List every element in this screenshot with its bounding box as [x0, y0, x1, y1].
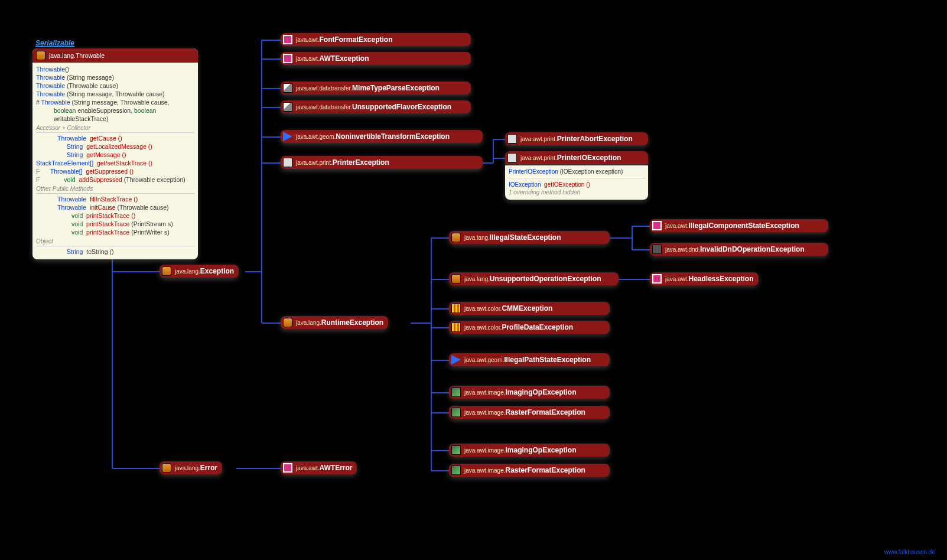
printerio-detail: PrinterIOException (IOException exceptio…	[505, 165, 648, 200]
printer-icon	[283, 158, 292, 167]
raster2-node[interactable]: java.awt.image.RasterFormatException	[449, 464, 610, 477]
unsupop-node[interactable]: java.lang.UnsupportedOperationException	[449, 272, 619, 285]
square-icon	[283, 463, 292, 473]
cmm-node[interactable]: java.awt.color.CMMException	[449, 302, 610, 315]
pen-icon	[283, 102, 292, 112]
exception-node[interactable]: java.lang.Exception	[160, 265, 239, 278]
printerexc-node[interactable]: java.awt.print.PrinterException	[281, 156, 483, 169]
dnd-icon	[652, 245, 662, 254]
image-icon	[451, 408, 461, 417]
serializable-label: Serializable	[35, 39, 74, 47]
noninv-node[interactable]: java.awt.geom.NoninvertibleTransformExce…	[281, 130, 483, 143]
throwable-class-box: java.lang.Throwable Throwable() Throwabl…	[32, 48, 198, 259]
square-icon	[652, 274, 662, 284]
awtexc-node[interactable]: java.awt.AWTException	[281, 52, 471, 65]
triangle-icon	[283, 132, 292, 141]
cup-icon	[162, 266, 171, 276]
unsupflavor-node[interactable]: java.awt.datatransfer.UnsupportedFlavorE…	[281, 100, 471, 113]
image-icon	[451, 465, 461, 475]
fontformat-node[interactable]: java.awt.FontFormatException	[281, 33, 471, 46]
awterror-node[interactable]: java.awt.AWTError	[281, 461, 357, 474]
square-icon	[652, 221, 662, 230]
imgop2-node[interactable]: java.awt.image.ImagingOpException	[449, 444, 610, 457]
invdnd-node[interactable]: java.awt.dnd.InvalidDnDOperationExceptio…	[650, 243, 828, 256]
printerabort-node[interactable]: java.awt.print.PrinterAbortException	[505, 132, 648, 145]
image-icon	[451, 388, 461, 397]
pen-icon	[283, 83, 292, 93]
illcomp-node[interactable]: java.awt.IllegalComponentStateException	[650, 219, 828, 232]
cup-icon	[451, 274, 461, 284]
bars-icon	[451, 323, 461, 332]
illpath-node[interactable]: java.awt.geom.IllegalPathStateException	[449, 353, 610, 366]
illstate-node[interactable]: java.lang.IllegalStateException	[449, 231, 610, 244]
mimetype-node[interactable]: java.awt.datatransfer.MimeTypeParseExcep…	[281, 82, 471, 95]
imgop1-node[interactable]: java.awt.image.ImagingOpException	[449, 386, 610, 399]
raster1-node[interactable]: java.awt.image.RasterFormatException	[449, 406, 610, 419]
square-icon	[283, 35, 292, 44]
profile-node[interactable]: java.awt.color.ProfileDataException	[449, 321, 610, 334]
square-icon	[283, 54, 292, 63]
image-icon	[451, 445, 461, 455]
printerio-node[interactable]: java.awt.print.PrinterIOException	[505, 151, 648, 164]
printer-icon	[507, 153, 517, 162]
headless-node[interactable]: java.awt.HeadlessException	[650, 272, 759, 285]
printer-icon	[507, 134, 517, 144]
cup-icon	[451, 233, 461, 242]
cup-icon	[36, 51, 45, 60]
cup-icon	[162, 463, 171, 473]
watermark: www.falkhausen.de	[884, 549, 935, 555]
error-node[interactable]: java.lang.Error	[160, 461, 222, 474]
triangle-icon	[451, 355, 461, 364]
runtime-node[interactable]: java.lang.RuntimeException	[281, 316, 388, 329]
cup-icon	[283, 318, 292, 327]
bars-icon	[451, 304, 461, 313]
